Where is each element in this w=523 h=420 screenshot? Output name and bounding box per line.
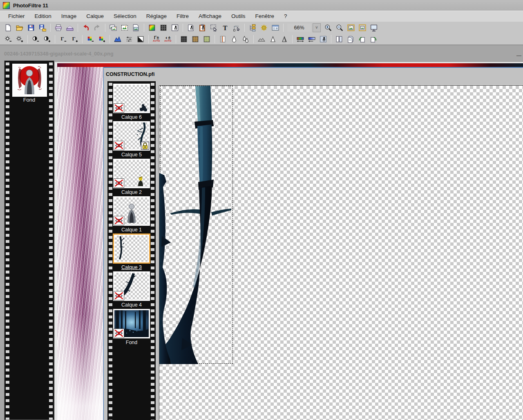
gamma-minus-button[interactable]: Γ xyxy=(58,34,68,44)
photomask-green-button[interactable] xyxy=(201,34,212,44)
layer-hidden-eye-icon[interactable] xyxy=(114,141,124,150)
layer-thumbnail-calque-5[interactable] xyxy=(113,121,150,151)
paste-as-new-image-button[interactable] xyxy=(119,23,130,33)
layer-hidden-eye-icon[interactable] xyxy=(114,216,124,225)
rotate-left-button[interactable] xyxy=(357,34,367,44)
sharpen-button[interactable] xyxy=(268,34,278,44)
layer-pages-button[interactable] xyxy=(345,34,356,44)
blur-drop-button[interactable] xyxy=(229,34,239,44)
gamma-plus-button[interactable]: Γ xyxy=(69,34,80,44)
layer-thumbnail-calque-6[interactable] xyxy=(113,83,150,113)
copy-visible-image-button[interactable] xyxy=(131,23,141,33)
copy-with-transform-button[interactable] xyxy=(186,23,196,33)
layer-thumbnail-calque-2[interactable] xyxy=(113,158,150,189)
relief-button[interactable] xyxy=(256,34,267,44)
saturation-minus-button[interactable] xyxy=(85,34,96,44)
paste-with-transform-button[interactable] xyxy=(197,23,208,33)
layer-label-calque-3[interactable]: Calque 3 xyxy=(113,264,150,271)
plugins-button[interactable] xyxy=(259,23,269,33)
duplicate-image-button[interactable] xyxy=(108,23,118,33)
layer-label-calque-2[interactable]: Calque 2 xyxy=(113,189,150,196)
levels-button[interactable] xyxy=(124,34,134,44)
layer-hidden-eye-icon[interactable] xyxy=(114,178,124,188)
zoom-out-button[interactable] xyxy=(334,23,345,33)
layer-hidden-eye-icon[interactable] xyxy=(114,103,124,113)
color-palette-button[interactable] xyxy=(147,23,157,33)
image-top-strip xyxy=(57,63,523,67)
save-button[interactable] xyxy=(26,23,36,33)
zoom-dropdown-arrow[interactable]: ˅ xyxy=(313,23,321,32)
blue-balance-button[interactable] xyxy=(306,34,317,44)
menu-item-fichier[interactable]: Fichier xyxy=(3,12,30,20)
auto-levels-button[interactable]: Γ±AUTO xyxy=(151,34,162,44)
new-file-button[interactable] xyxy=(3,23,13,33)
image-explorer-button[interactable] xyxy=(247,23,258,33)
toggle-tool-panel-button[interactable] xyxy=(270,23,281,33)
text-tool-button[interactable]: T xyxy=(220,23,230,33)
layer-thumbnail-fond[interactable] xyxy=(113,309,150,339)
photomask-sepia-button[interactable] xyxy=(190,34,201,44)
menu-item-selection[interactable]: Sélection xyxy=(109,12,141,20)
zoom-in-button[interactable] xyxy=(323,23,333,33)
open-folder-button[interactable] xyxy=(14,23,25,33)
rgb-balance-button[interactable] xyxy=(295,34,306,44)
layer-label-calque-1[interactable]: Calque 1 xyxy=(113,226,150,233)
selection-marquee[interactable] xyxy=(160,86,233,364)
layer-lock-icon[interactable] xyxy=(141,142,149,150)
contrast-plus-button[interactable] xyxy=(42,34,52,44)
layer-label-calque-4[interactable]: Calque 4 xyxy=(113,301,150,309)
rotate-right-button[interactable] xyxy=(368,34,379,44)
automation-module-button[interactable] xyxy=(170,23,180,33)
layer-thumbnail-calque-1[interactable] xyxy=(113,196,150,226)
full-screen-preview-button[interactable] xyxy=(369,23,379,33)
menu-item-outils[interactable]: Outils xyxy=(226,12,250,20)
save-as-button[interactable] xyxy=(37,23,48,33)
redo-button[interactable] xyxy=(92,23,103,33)
contrast-minus-button[interactable] xyxy=(30,34,41,44)
menu-item-calque[interactable]: Calque xyxy=(81,12,109,20)
menu-item-fenetre[interactable]: Fenêtre xyxy=(250,12,279,20)
toolbar-separator xyxy=(331,35,331,43)
zoom-fit-screen-button[interactable] xyxy=(357,23,368,33)
menu-item-filtre[interactable]: Filtre xyxy=(172,12,194,20)
menu-item-help[interactable]: ? xyxy=(279,12,292,20)
menu-item-edition[interactable]: Edition xyxy=(30,12,56,20)
brightness-plus-button[interactable] xyxy=(14,34,25,44)
undo-button[interactable] xyxy=(80,23,91,33)
menu-item-image[interactable]: Image xyxy=(56,12,82,20)
menu-item-reglage[interactable]: Réglage xyxy=(141,12,172,20)
blur-more-drops-button[interactable] xyxy=(240,34,251,44)
transform-selection-button[interactable] xyxy=(208,23,219,33)
canvas[interactable] xyxy=(159,85,523,420)
show-pages-button[interactable] xyxy=(334,34,344,44)
pattern-transform-button[interactable] xyxy=(318,34,329,44)
saturation-plus-button[interactable] xyxy=(96,34,107,44)
histogram-button[interactable] xyxy=(112,34,123,44)
negative-button[interactable] xyxy=(135,34,146,44)
menu-item-affichage[interactable]: Affichage xyxy=(194,12,226,20)
print-button[interactable] xyxy=(53,23,64,33)
undo-icon xyxy=(82,24,89,31)
soften-button[interactable] xyxy=(279,34,290,44)
layer-label-fond[interactable]: Fond xyxy=(113,339,150,346)
zoom-fit-image-button[interactable] xyxy=(346,23,356,33)
image-mosaic-button[interactable] xyxy=(158,23,169,33)
image-purple-texture xyxy=(57,67,103,420)
transparent-color-button[interactable] xyxy=(217,34,228,44)
layer-hidden-eye-icon[interactable] xyxy=(114,329,124,338)
document-minimize-button[interactable]: — xyxy=(516,53,521,58)
zoom-level-value[interactable]: 66% xyxy=(287,24,311,32)
brightness-minus-button[interactable] xyxy=(3,34,13,44)
filmstrip-left-thumb-fond[interactable] xyxy=(12,64,47,97)
scan-button[interactable] xyxy=(65,23,75,33)
layer-thumbnail-calque-4[interactable] xyxy=(113,271,150,301)
layer-hidden-eye-icon[interactable] xyxy=(114,291,124,300)
relief-icon xyxy=(258,36,265,43)
layers-filmstrip: Calque 6Calque 5Calque 2Calque 1Calque 3… xyxy=(107,81,156,420)
layer-thumbnail-calque-3[interactable] xyxy=(113,233,150,264)
auto-contrast-button[interactable]: ◐±AUTO xyxy=(163,34,173,44)
layer-label-calque-5[interactable]: Calque 5 xyxy=(113,151,150,158)
vector-path-selection-button[interactable] xyxy=(231,23,242,33)
layer-label-calque-6[interactable]: Calque 6 xyxy=(113,113,150,121)
photomask-black-button[interactable] xyxy=(179,34,189,44)
